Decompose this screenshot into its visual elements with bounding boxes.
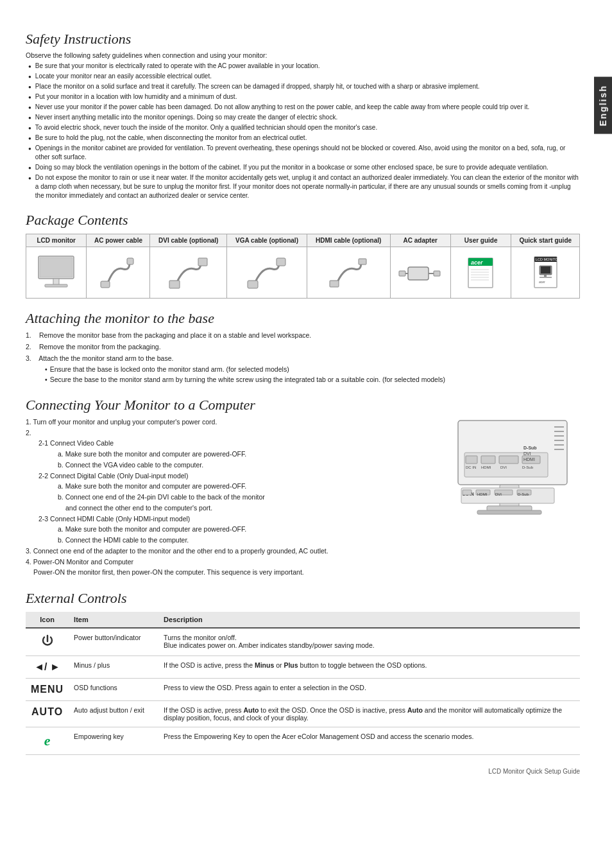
svg-rect-12 bbox=[408, 267, 429, 280]
svg-rect-29 bbox=[541, 266, 550, 273]
controls-icon-power bbox=[26, 628, 69, 656]
package-title: Package Contents bbox=[26, 212, 580, 229]
connect-item: 3. Connect one end of the adapter to the… bbox=[26, 546, 445, 557]
safety-bullet: Doing so may block the ventilation openi… bbox=[28, 163, 580, 172]
connect-item: 2-2 Connect Digital Cable (Only Dual-inp… bbox=[26, 471, 445, 482]
attaching-steps: 1. Remove the monitor base from the pack… bbox=[26, 331, 580, 385]
controls-item-menu: OSD functions bbox=[69, 679, 158, 701]
svg-text:DC IN: DC IN bbox=[466, 465, 476, 469]
connect-item: b. Connect the VGA video cable to the co… bbox=[26, 460, 445, 471]
safety-intro: Observe the following safety guidelines … bbox=[26, 51, 580, 59]
controls-row-0: Power button/indicatorTurns the monitor … bbox=[26, 628, 580, 656]
safety-bullet: Put your monitor in a location with low … bbox=[28, 92, 580, 101]
svg-text:DVI: DVI bbox=[495, 492, 502, 496]
controls-item-auto: Auto adjust button / exit bbox=[69, 701, 158, 727]
svg-text:acer: acer bbox=[539, 280, 545, 284]
svg-rect-10 bbox=[330, 281, 339, 287]
svg-text:DVI: DVI bbox=[500, 465, 507, 469]
attaching-sub-bullet: Ensure that the base is locked onto the … bbox=[26, 365, 580, 375]
connecting-text-block: 1. Turn off your monitor and unplug your… bbox=[26, 417, 445, 578]
package-image-hdmi-cable bbox=[307, 247, 390, 299]
controls-desc-menu: Press to view the OSD. Press again to en… bbox=[158, 679, 580, 701]
controls-desc-empowering: Press the Empowering Key to open the Ace… bbox=[158, 727, 580, 755]
svg-text:D-Sub: D-Sub bbox=[518, 492, 529, 496]
svg-rect-8 bbox=[248, 281, 258, 288]
svg-text:acer: acer bbox=[471, 259, 483, 266]
package-table: LCD monitorAC power cableDVI cable (opti… bbox=[26, 234, 580, 299]
svg-text:HDMI: HDMI bbox=[481, 465, 491, 469]
safety-bullet: Do not expose the monitor to rain or use… bbox=[28, 173, 580, 200]
package-header-ac-adapter: AC adapter bbox=[390, 234, 450, 247]
connect-item: 1. Turn off your monitor and unplug your… bbox=[26, 417, 445, 428]
package-header-user-guide: User guide bbox=[450, 234, 511, 247]
package-header-ac-cable: AC power cable bbox=[87, 234, 150, 247]
svg-rect-1 bbox=[40, 257, 72, 277]
svg-rect-11 bbox=[359, 259, 366, 265]
footer-text: LCD Monitor Quick Setup Guide bbox=[488, 768, 580, 775]
controls-item-empowering: Empowering key bbox=[69, 727, 158, 755]
safety-bullet: Never insert anything metallic into the … bbox=[28, 113, 580, 122]
connect-item: a. Make sure both the monitor and comput… bbox=[26, 525, 445, 535]
svg-rect-9 bbox=[276, 258, 285, 266]
svg-rect-42 bbox=[481, 456, 495, 464]
controls-desc-arrows: If the OSD is active, press the Minus or… bbox=[158, 656, 580, 679]
svg-rect-7 bbox=[198, 258, 207, 266]
controls-icon-auto: AUTO bbox=[26, 701, 69, 727]
svg-rect-31 bbox=[540, 277, 552, 278]
svg-text:D-Sub: D-Sub bbox=[523, 446, 537, 450]
safety-bullet: Be sure that your monitor is electricall… bbox=[28, 62, 580, 71]
safety-bullet: Place the monitor on a solid surface and… bbox=[28, 82, 580, 91]
svg-rect-4 bbox=[101, 281, 110, 288]
controls-icon-menu: MENU bbox=[26, 679, 69, 701]
connect-item: a. Make sure both the monitor and comput… bbox=[26, 482, 445, 492]
svg-rect-57 bbox=[463, 490, 472, 495]
package-image-quick-start-guide: LCD MONITOR acer bbox=[511, 247, 580, 299]
svg-text:DVI: DVI bbox=[523, 451, 531, 456]
controls-col-description: Description bbox=[158, 612, 580, 628]
controls-row-2: MENUOSD functionsPress to view the OSD. … bbox=[26, 679, 580, 701]
controls-icon-arrows: ◄/ ► bbox=[26, 656, 69, 679]
external-controls-title: External Controls bbox=[26, 590, 580, 607]
safety-bullet: Openings in the monitor cabinet are prov… bbox=[28, 144, 580, 162]
svg-rect-43 bbox=[499, 456, 518, 464]
package-header-vga-cable: VGA cable (optional) bbox=[227, 234, 307, 247]
svg-rect-54 bbox=[477, 510, 541, 514]
connect-item: and connect the other end to the compute… bbox=[26, 503, 445, 514]
language-label: English bbox=[598, 85, 608, 126]
language-tab: English bbox=[594, 77, 612, 134]
connect-item: 4. Power-ON Monitor and Computer bbox=[26, 557, 445, 568]
svg-text:LCD MONITOR: LCD MONITOR bbox=[536, 257, 560, 261]
package-header-lcd-monitor: LCD monitor bbox=[26, 234, 87, 247]
footer: LCD Monitor Quick Setup Guide bbox=[26, 765, 580, 775]
svg-text:HDMI: HDMI bbox=[523, 457, 535, 462]
safety-bullet: Be sure to hold the plug, not the cable,… bbox=[28, 134, 580, 143]
safety-bullet: Never use your monitor if the power cabl… bbox=[28, 103, 580, 112]
attaching-step-1: 1. Remove the monitor base from the pack… bbox=[26, 331, 580, 341]
package-header-quick-start-guide: Quick start guide bbox=[511, 234, 580, 247]
attaching-title: Attaching the monitor to the base bbox=[26, 310, 580, 327]
controls-icon-empowering: e bbox=[26, 727, 69, 755]
controls-col-icon: Icon bbox=[26, 612, 69, 628]
controls-item-power: Power button/indicator bbox=[69, 628, 158, 656]
svg-rect-5 bbox=[127, 258, 133, 265]
connect-item: 2. bbox=[26, 428, 445, 438]
connecting-section: 1. Turn off your monitor and unplug your… bbox=[26, 417, 580, 578]
svg-rect-6 bbox=[169, 281, 180, 288]
safety-bullet: To avoid electric shock, never touch the… bbox=[28, 123, 580, 132]
connect-item: 2-1 Connect Video Cable bbox=[26, 438, 445, 449]
package-image-ac-adapter bbox=[390, 247, 450, 299]
package-image-user-guide: acer bbox=[450, 247, 511, 299]
svg-rect-3 bbox=[45, 284, 67, 287]
connect-item: b. Connect the HDMI cable to the compute… bbox=[26, 535, 445, 546]
svg-rect-15 bbox=[399, 271, 405, 276]
connecting-title: Connecting Your Monitor to a Computer bbox=[26, 397, 580, 413]
svg-rect-41 bbox=[466, 456, 477, 464]
safety-title: Safety Instructions bbox=[26, 31, 580, 48]
connect-item: 2-3 Connect HDMI Cable (Only HDMI-input … bbox=[26, 514, 445, 525]
controls-row-3: AUTOAuto adjust button / exitIf the OSD … bbox=[26, 701, 580, 727]
package-image-vga-cable bbox=[227, 247, 307, 299]
controls-desc-auto: If the OSD is active, press Auto to exit… bbox=[158, 701, 580, 727]
connecting-image: DC IN HDMI DVI D-Sub D-Sub DVI HDMI DC I… bbox=[452, 417, 580, 578]
connect-item: b. Connect one end of the 24-pin DVI cab… bbox=[26, 492, 445, 503]
controls-row-4: eEmpowering keyPress the Empowering Key … bbox=[26, 727, 580, 755]
